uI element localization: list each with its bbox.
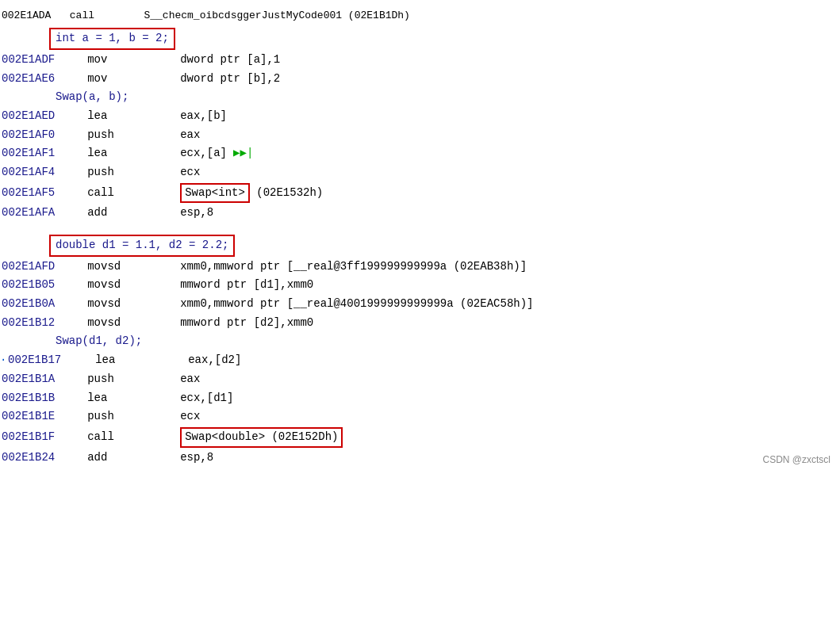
operand: dword ptr [b],2 <box>127 71 280 88</box>
addr: 002E1AF1 <box>0 145 67 162</box>
mnemonic: lea <box>75 352 135 369</box>
code-line-1: 002E1ADF mov dword ptr [a],1 <box>0 51 840 70</box>
operand: dword ptr [a],1 <box>127 52 280 69</box>
addr: 002E1AF0 <box>0 127 67 144</box>
dot-marker: · <box>0 352 8 369</box>
code-line-18: 002E1B1A push eax <box>0 370 840 389</box>
operand: ecx,[d1] <box>127 390 233 407</box>
operand: xmm0,mmword ptr [__real@3ff199999999999a… <box>127 258 527 276</box>
mnemonic: add <box>67 449 127 467</box>
code-line-20: 002E1B1E push ecx <box>0 407 840 426</box>
code-line-11: double d1 = 1.1, d2 = 2.2; <box>0 234 840 258</box>
operand: eax <box>127 127 200 144</box>
mnemonic: call <box>67 429 127 446</box>
code-line-16: Swap(d1, d2); <box>0 332 840 351</box>
call-highlight-box: Swap<double> (02E152Dh) <box>180 427 343 448</box>
source-highlight-box: int a = 1, b = 2; <box>49 28 175 50</box>
code-line-15: 002E1B12 movsd mmword ptr [d2],xmm0 <box>0 314 840 333</box>
code-line-0: int a = 1, b = 2; <box>0 27 840 51</box>
mnemonic: lea <box>67 390 127 407</box>
code-line-3: Swap(a, b); <box>0 88 840 107</box>
disassembly-view: 002E1ADA call S__checm_oibcdsggerJustMyC… <box>0 0 840 473</box>
operand: eax,[d2] <box>135 352 241 369</box>
operand: ecx <box>127 164 200 181</box>
addr: 002E1B1B <box>0 390 67 407</box>
partial-top-line: 002E1ADA call S__checm_oibcdsggerJustMyC… <box>0 6 840 27</box>
code-line-14: 002E1B0A movsd xmm0,mmword ptr [__real@4… <box>0 295 840 314</box>
mnemonic: movsd <box>67 258 127 276</box>
call-after: (02E1532h) <box>250 185 323 202</box>
addr: 002E1B1F <box>0 429 67 446</box>
code-line-9: 002E1AFA add esp,8 <box>0 204 840 223</box>
operand: ecx <box>127 408 200 426</box>
partial-top-text: 002E1ADA call S__checm_oibcdsggerJustMyC… <box>0 8 410 24</box>
mnemonic: movsd <box>67 315 127 332</box>
code-line-17: ·002E1B17 lea eax,[d2] <box>0 351 840 370</box>
addr: 002E1B1E <box>0 408 67 426</box>
operand: mmword ptr [d2],xmm0 <box>127 315 313 332</box>
operand: esp,8 <box>127 204 213 222</box>
code-line-22: 002E1B24 add esp,8 <box>0 449 840 468</box>
operand: eax,[b] <box>127 108 227 125</box>
addr: 002E1B0A <box>0 296 67 313</box>
addr: 002E1AFA <box>0 204 67 222</box>
call-highlight-box: Swap<int> <box>180 183 250 204</box>
source-text: Swap(a, b); <box>56 89 128 106</box>
addr: 002E1AF4 <box>0 164 67 181</box>
operand: mmword ptr [d1],xmm0 <box>127 277 313 294</box>
code-line-21: 002E1B1F call Swap<double> (02E152Dh) <box>0 426 840 449</box>
code-line-6: 002E1AF1 lea ecx,[a]▶▶| <box>0 144 840 163</box>
mnemonic: call <box>67 185 127 202</box>
mnemonic: movsd <box>67 296 127 313</box>
mnemonic: push <box>67 127 127 144</box>
code-line-12: 002E1AFD movsd xmm0,mmword ptr [__real@3… <box>0 258 840 277</box>
code-line-2: 002E1AE6 mov dword ptr [b],2 <box>0 70 840 89</box>
source-highlight-box: double d1 = 1.1, d2 = 2.2; <box>49 235 235 257</box>
code-line-10 <box>0 223 840 234</box>
mnemonic: add <box>67 204 127 222</box>
mnemonic: movsd <box>67 277 127 294</box>
addr: 002E1B1A <box>0 371 67 388</box>
code-line-7: 002E1AF4 push ecx <box>0 163 840 182</box>
addr: 002E1AFD <box>0 258 67 276</box>
mnemonic: lea <box>67 145 127 162</box>
addr: 002E1AF5 <box>0 185 67 202</box>
mnemonic: push <box>67 164 127 181</box>
addr: 002E1B24 <box>0 449 67 467</box>
mnemonic: push <box>67 371 127 388</box>
operand: xmm0,mmword ptr [__real@4001999999999999… <box>127 296 533 313</box>
green-arrow-icon: ▶▶| <box>233 145 253 162</box>
addr: 002E1AED <box>0 108 67 125</box>
code-line-19: 002E1B1B lea ecx,[d1] <box>0 389 840 408</box>
addr: 002E1B05 <box>0 277 67 294</box>
addr: 002E1AE6 <box>0 71 67 88</box>
code-line-4: 002E1AED lea eax,[b] <box>0 107 840 126</box>
operand: ecx,[a] <box>127 145 227 162</box>
operand: esp,8 <box>127 449 213 467</box>
addr: 002E1B12 <box>0 315 67 332</box>
watermark: CSDN @zxctscl <box>762 453 830 468</box>
operand: eax <box>127 371 200 388</box>
code-line-5: 002E1AF0 push eax <box>0 126 840 145</box>
addr: 002E1B17 <box>8 352 75 369</box>
asm-lines: int a = 1, b = 2;002E1ADF mov dword ptr … <box>0 27 840 467</box>
mnemonic: push <box>67 408 127 426</box>
code-line-8: 002E1AF5 call Swap<int> (02E1532h) <box>0 182 840 204</box>
code-line-13: 002E1B05 movsd mmword ptr [d1],xmm0 <box>0 276 840 295</box>
mnemonic: lea <box>67 108 127 125</box>
mnemonic: mov <box>67 52 127 69</box>
source-text: Swap(d1, d2); <box>56 333 142 350</box>
mnemonic: mov <box>67 71 127 88</box>
addr: 002E1ADF <box>0 52 67 69</box>
